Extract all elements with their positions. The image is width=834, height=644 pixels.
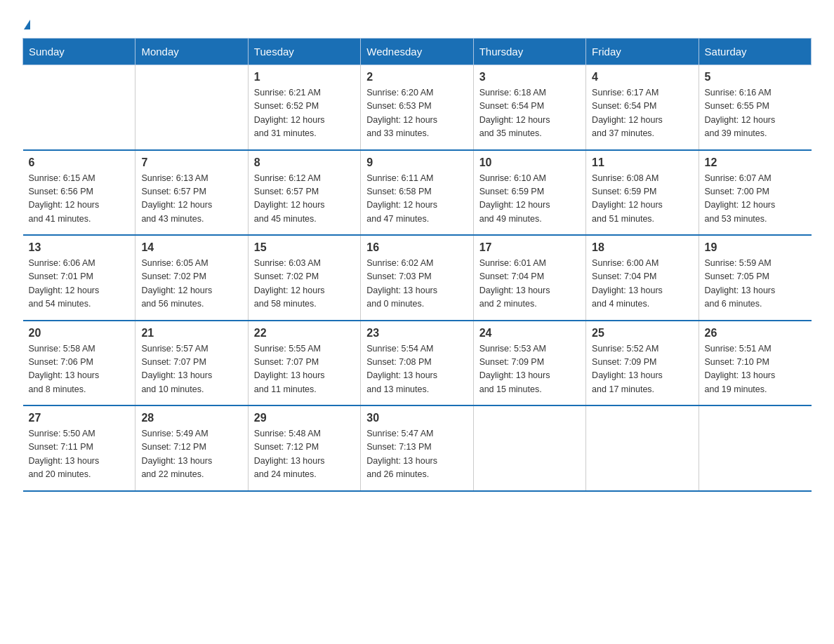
day-number: 18	[592, 241, 692, 254]
calendar-cell	[23, 65, 135, 150]
day-info: Sunrise: 5:58 AM Sunset: 7:06 PM Dayligh…	[29, 342, 130, 397]
day-number: 13	[29, 241, 130, 254]
day-info: Sunrise: 5:51 AM Sunset: 7:10 PM Dayligh…	[705, 342, 806, 397]
day-info: Sunrise: 5:54 AM Sunset: 7:08 PM Dayligh…	[366, 342, 467, 397]
day-number: 11	[592, 156, 692, 169]
day-info: Sunrise: 6:21 AM Sunset: 6:52 PM Dayligh…	[254, 86, 355, 141]
calendar-cell: 5Sunrise: 6:16 AM Sunset: 6:55 PM Daylig…	[699, 65, 811, 150]
calendar-cell	[473, 405, 585, 491]
day-number: 19	[705, 241, 806, 254]
day-number: 8	[254, 156, 355, 169]
day-info: Sunrise: 6:08 AM Sunset: 6:59 PM Dayligh…	[592, 172, 692, 227]
day-info: Sunrise: 6:02 AM Sunset: 7:03 PM Dayligh…	[366, 257, 467, 311]
day-info: Sunrise: 6:10 AM Sunset: 6:59 PM Dayligh…	[479, 172, 580, 227]
day-number: 22	[254, 327, 355, 340]
day-number: 10	[479, 156, 580, 169]
calendar-week-row: 13Sunrise: 6:06 AM Sunset: 7:01 PM Dayli…	[23, 235, 812, 321]
calendar-cell: 16Sunrise: 6:02 AM Sunset: 7:03 PM Dayli…	[361, 235, 473, 321]
calendar-cell: 26Sunrise: 5:51 AM Sunset: 7:10 PM Dayli…	[699, 321, 811, 406]
calendar-cell: 6Sunrise: 6:15 AM Sunset: 6:56 PM Daylig…	[23, 150, 135, 236]
day-info: Sunrise: 6:15 AM Sunset: 6:56 PM Dayligh…	[29, 172, 130, 227]
day-info: Sunrise: 5:49 AM Sunset: 7:12 PM Dayligh…	[141, 427, 241, 482]
day-info: Sunrise: 5:57 AM Sunset: 7:07 PM Dayligh…	[141, 342, 241, 397]
calendar-cell: 22Sunrise: 5:55 AM Sunset: 7:07 PM Dayli…	[248, 321, 360, 406]
calendar-cell: 23Sunrise: 5:54 AM Sunset: 7:08 PM Dayli…	[361, 321, 473, 406]
page-header	[22, 17, 812, 31]
day-info: Sunrise: 6:18 AM Sunset: 6:54 PM Dayligh…	[479, 86, 580, 141]
calendar-cell: 30Sunrise: 5:47 AM Sunset: 7:13 PM Dayli…	[361, 405, 473, 491]
day-number: 25	[592, 327, 692, 340]
calendar-cell: 19Sunrise: 5:59 AM Sunset: 7:05 PM Dayli…	[699, 235, 811, 321]
day-number: 26	[705, 327, 806, 340]
day-info: Sunrise: 6:11 AM Sunset: 6:58 PM Dayligh…	[366, 172, 467, 227]
day-info: Sunrise: 6:03 AM Sunset: 7:02 PM Dayligh…	[254, 257, 355, 311]
calendar-cell: 11Sunrise: 6:08 AM Sunset: 6:59 PM Dayli…	[586, 150, 699, 236]
calendar-cell: 28Sunrise: 5:49 AM Sunset: 7:12 PM Dayli…	[135, 405, 248, 491]
calendar-cell	[699, 405, 811, 491]
logo	[22, 17, 30, 31]
calendar-cell	[586, 405, 699, 491]
calendar-cell: 14Sunrise: 6:05 AM Sunset: 7:02 PM Dayli…	[135, 235, 248, 321]
day-info: Sunrise: 5:59 AM Sunset: 7:05 PM Dayligh…	[705, 257, 806, 311]
day-info: Sunrise: 5:55 AM Sunset: 7:07 PM Dayligh…	[254, 342, 355, 397]
calendar-cell: 17Sunrise: 6:01 AM Sunset: 7:04 PM Dayli…	[473, 235, 585, 321]
day-number: 27	[29, 412, 130, 424]
weekday-header-saturday: Saturday	[699, 39, 811, 65]
weekday-header-tuesday: Tuesday	[248, 39, 360, 65]
calendar-cell: 18Sunrise: 6:00 AM Sunset: 7:04 PM Dayli…	[586, 235, 699, 321]
day-number: 20	[29, 327, 130, 340]
day-info: Sunrise: 5:50 AM Sunset: 7:11 PM Dayligh…	[29, 427, 130, 482]
day-number: 3	[479, 71, 580, 83]
day-number: 9	[366, 156, 467, 169]
day-number: 24	[479, 327, 580, 340]
day-info: Sunrise: 6:16 AM Sunset: 6:55 PM Dayligh…	[705, 86, 806, 141]
day-number: 1	[254, 71, 355, 83]
day-number: 4	[592, 71, 692, 83]
day-info: Sunrise: 6:06 AM Sunset: 7:01 PM Dayligh…	[29, 257, 130, 311]
day-info: Sunrise: 6:01 AM Sunset: 7:04 PM Dayligh…	[479, 257, 580, 311]
day-info: Sunrise: 5:53 AM Sunset: 7:09 PM Dayligh…	[479, 342, 580, 397]
day-info: Sunrise: 6:07 AM Sunset: 7:00 PM Dayligh…	[705, 172, 806, 227]
day-info: Sunrise: 6:05 AM Sunset: 7:02 PM Dayligh…	[141, 257, 241, 311]
day-info: Sunrise: 5:52 AM Sunset: 7:09 PM Dayligh…	[592, 342, 692, 397]
calendar-cell: 8Sunrise: 6:12 AM Sunset: 6:57 PM Daylig…	[248, 150, 360, 236]
day-info: Sunrise: 6:00 AM Sunset: 7:04 PM Dayligh…	[592, 257, 692, 311]
day-number: 29	[254, 412, 355, 424]
weekday-header-friday: Friday	[586, 39, 699, 65]
day-info: Sunrise: 6:17 AM Sunset: 6:54 PM Dayligh…	[592, 86, 692, 141]
day-number: 5	[705, 71, 806, 83]
calendar-cell: 3Sunrise: 6:18 AM Sunset: 6:54 PM Daylig…	[473, 65, 585, 150]
calendar-cell: 27Sunrise: 5:50 AM Sunset: 7:11 PM Dayli…	[23, 405, 135, 491]
calendar-cell: 10Sunrise: 6:10 AM Sunset: 6:59 PM Dayli…	[473, 150, 585, 236]
day-info: Sunrise: 5:47 AM Sunset: 7:13 PM Dayligh…	[366, 427, 467, 482]
logo-triangle-icon	[24, 20, 30, 29]
weekday-header-monday: Monday	[135, 39, 248, 65]
calendar-cell: 20Sunrise: 5:58 AM Sunset: 7:06 PM Dayli…	[23, 321, 135, 406]
day-number: 12	[705, 156, 806, 169]
calendar-cell: 1Sunrise: 6:21 AM Sunset: 6:52 PM Daylig…	[248, 65, 360, 150]
day-number: 14	[141, 241, 241, 254]
calendar-table: SundayMondayTuesdayWednesdayThursdayFrid…	[22, 38, 812, 492]
calendar-week-row: 6Sunrise: 6:15 AM Sunset: 6:56 PM Daylig…	[23, 150, 812, 236]
calendar-week-row: 27Sunrise: 5:50 AM Sunset: 7:11 PM Dayli…	[23, 405, 812, 491]
day-number: 28	[141, 412, 241, 424]
calendar-cell: 29Sunrise: 5:48 AM Sunset: 7:12 PM Dayli…	[248, 405, 360, 491]
calendar-cell: 15Sunrise: 6:03 AM Sunset: 7:02 PM Dayli…	[248, 235, 360, 321]
calendar-cell: 12Sunrise: 6:07 AM Sunset: 7:00 PM Dayli…	[699, 150, 811, 236]
day-info: Sunrise: 5:48 AM Sunset: 7:12 PM Dayligh…	[254, 427, 355, 482]
day-number: 21	[141, 327, 241, 340]
day-number: 16	[366, 241, 467, 254]
calendar-cell	[135, 65, 248, 150]
calendar-cell: 13Sunrise: 6:06 AM Sunset: 7:01 PM Dayli…	[23, 235, 135, 321]
day-number: 15	[254, 241, 355, 254]
day-number: 2	[366, 71, 467, 83]
calendar-week-row: 20Sunrise: 5:58 AM Sunset: 7:06 PM Dayli…	[23, 321, 812, 406]
calendar-cell: 25Sunrise: 5:52 AM Sunset: 7:09 PM Dayli…	[586, 321, 699, 406]
day-info: Sunrise: 6:13 AM Sunset: 6:57 PM Dayligh…	[141, 172, 241, 227]
weekday-header-wednesday: Wednesday	[361, 39, 473, 65]
calendar-header-row: SundayMondayTuesdayWednesdayThursdayFrid…	[23, 39, 812, 65]
day-info: Sunrise: 6:20 AM Sunset: 6:53 PM Dayligh…	[366, 86, 467, 141]
calendar-cell: 24Sunrise: 5:53 AM Sunset: 7:09 PM Dayli…	[473, 321, 585, 406]
weekday-header-sunday: Sunday	[23, 39, 135, 65]
calendar-cell: 21Sunrise: 5:57 AM Sunset: 7:07 PM Dayli…	[135, 321, 248, 406]
